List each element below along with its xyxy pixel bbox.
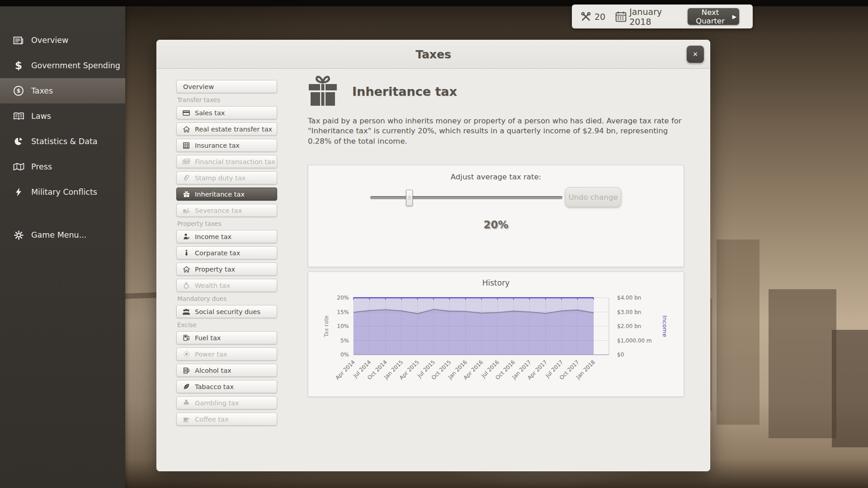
banknotes-icon	[181, 159, 192, 164]
newspaper-icon	[12, 36, 25, 45]
sidebar-item-overview[interactable]: Overview	[0, 28, 125, 53]
svg-text:$1,000.00 m: $1,000.00 m	[617, 338, 652, 344]
tax-section-label: Property taxes	[177, 220, 277, 227]
tax-button-alcohol-tax[interactable]: Alcohol tax	[176, 364, 277, 377]
gear-icon	[12, 230, 25, 240]
tax-button-wealth-tax: Wealth tax	[176, 279, 277, 292]
tax-button-label: Insurance tax	[195, 142, 240, 149]
tax-button-label: Alcohol tax	[195, 367, 231, 374]
sidebar-item-label: Government Spending	[31, 61, 120, 70]
hud-toolbar: 20 January 2018 Next Quarter ▶	[572, 5, 753, 28]
tax-button-label: Sales tax	[195, 109, 225, 117]
tax-button-label: Wealth tax	[195, 282, 230, 289]
tax-button-gambling-tax: ♣Gambling tax	[176, 396, 277, 409]
pie-chart-icon	[12, 137, 25, 146]
svg-text:20%: 20%	[337, 295, 349, 301]
tax-rate-slider-track[interactable]	[370, 196, 562, 199]
tax-section-label: Transfer taxes	[177, 96, 277, 103]
tax-button-real-estate-transfer-tax[interactable]: Real estate transfer tax	[176, 122, 277, 136]
tax-header: Inheritance tax	[308, 76, 457, 107]
tax-button-label: Coffee tax	[195, 416, 229, 423]
people-icon	[181, 309, 192, 315]
beer-mug-icon	[181, 367, 192, 374]
tax-rate-panel: Adjust average tax rate: Undo change 20%	[308, 165, 684, 267]
fuel-pump-icon	[181, 334, 192, 341]
svg-text:$4.00 bn: $4.00 bn	[617, 295, 641, 301]
sidebar-item-label: Press	[31, 162, 52, 171]
tax-button-corparate-tax[interactable]: Corparate tax	[176, 246, 277, 259]
gift-icon	[181, 191, 192, 197]
history-chart: 20%15%10%5%0%$4.00 bn$3.00 bn$2.00 bn$1,…	[308, 272, 684, 397]
background-building	[717, 239, 760, 425]
tie-icon	[181, 249, 192, 256]
svg-text:10%: 10%	[337, 323, 349, 329]
book-icon	[12, 112, 25, 120]
tax-button-fuel-tax[interactable]: Fuel tax	[176, 331, 277, 344]
sidebar-item-label: Overview	[31, 36, 68, 45]
sidebar-item-military-conflicts[interactable]: Military Conflicts	[0, 179, 125, 205]
leaf-icon	[181, 383, 192, 390]
sidebar-item-government-spending[interactable]: $Government Spending	[0, 53, 125, 78]
svg-text:Income: Income	[661, 315, 668, 337]
table-icon	[181, 142, 192, 149]
taxes-dialog: Taxes × OverviewTransfer taxesSales taxR…	[156, 40, 710, 471]
tax-title: Inheritance tax	[352, 84, 457, 99]
sidebar-item-label: Laws	[31, 112, 51, 121]
svg-text:$2.00 bn: $2.00 bn	[617, 323, 641, 329]
svg-text:0%: 0%	[340, 352, 349, 358]
svg-text:Apr 2014: Apr 2014	[334, 359, 356, 381]
calendar-icon	[615, 11, 627, 22]
tax-button-label: Power tax	[195, 351, 227, 358]
sidebar-item-game-menu[interactable]: Game Menu...	[0, 222, 125, 248]
svg-text:Tax rate: Tax rate	[323, 315, 330, 338]
house-icon	[181, 266, 192, 272]
tax-button-label: Stamp duty tax	[195, 174, 245, 182]
forklift-icon	[181, 207, 192, 214]
tax-button-label: Fuel tax	[195, 334, 221, 342]
next-quarter-button[interactable]: Next Quarter ▶	[688, 8, 739, 25]
tax-button-financial-transaction-tax: Financial transaction tax	[176, 155, 277, 168]
tax-rate-value: 20%	[308, 219, 684, 230]
tax-button-social-security-dues[interactable]: Social security dues	[176, 305, 277, 318]
tax-rate-slider-handle[interactable]	[406, 190, 413, 206]
tax-button-stamp-duty-tax: Stamp duty tax	[176, 171, 277, 184]
credit-card-icon	[181, 110, 192, 116]
svg-text:$0: $0	[617, 352, 624, 358]
house-icon	[181, 126, 192, 132]
tax-button-inheritance-tax[interactable]: Inheritance tax	[176, 188, 277, 201]
tax-button-income-tax[interactable]: Income tax	[176, 230, 277, 243]
sidebar: Overview$Government Spending$TaxesLawsSt…	[0, 6, 125, 488]
tax-button-insurance-tax[interactable]: Insurance tax	[176, 139, 277, 152]
club-icon: ♣	[181, 399, 192, 407]
background-building	[769, 289, 836, 438]
sidebar-item-label: Military Conflicts	[31, 188, 97, 197]
ring-icon	[181, 282, 192, 289]
tax-section-label: Mandatory dues	[177, 295, 277, 302]
next-quarter-label: Next Quarter	[690, 8, 730, 25]
map-icon	[12, 163, 25, 171]
sidebar-item-laws[interactable]: Laws	[0, 103, 125, 129]
paperclip-icon	[181, 174, 192, 181]
tax-button-label: Property tax	[195, 266, 235, 273]
person-icon	[181, 233, 192, 240]
svg-text:$3.00 bn: $3.00 bn	[617, 309, 641, 315]
tax-button-tabacco-tax[interactable]: Tabacco tax	[176, 380, 277, 393]
sidebar-item-press[interactable]: Press	[0, 154, 125, 179]
tax-button-property-tax[interactable]: Property tax	[176, 263, 277, 276]
tax-button-sales-tax[interactable]: Sales tax	[176, 106, 277, 119]
sidebar-item-statistics-data[interactable]: Statistics & Data	[0, 129, 125, 154]
lightning-icon	[12, 188, 25, 197]
tax-section-label: Excise	[177, 321, 277, 328]
tax-button-label: Gambling tax	[195, 399, 239, 407]
tax-button-overview[interactable]: Overview	[176, 80, 277, 93]
svg-text:5%: 5%	[340, 338, 349, 344]
close-button[interactable]: ×	[687, 46, 704, 63]
tax-button-severance-tax: Severance tax	[176, 204, 277, 217]
coffee-cup-icon	[181, 416, 192, 422]
tax-button-label: Tabacco tax	[195, 383, 234, 390]
sidebar-item-label: Statistics & Data	[31, 137, 98, 146]
sidebar-item-taxes[interactable]: $Taxes	[0, 78, 125, 103]
tax-description: Tax paid by a person who inherits money …	[308, 116, 688, 146]
tax-button-label: Overview	[183, 83, 214, 90]
tax-button-label: Income tax	[195, 233, 231, 240]
